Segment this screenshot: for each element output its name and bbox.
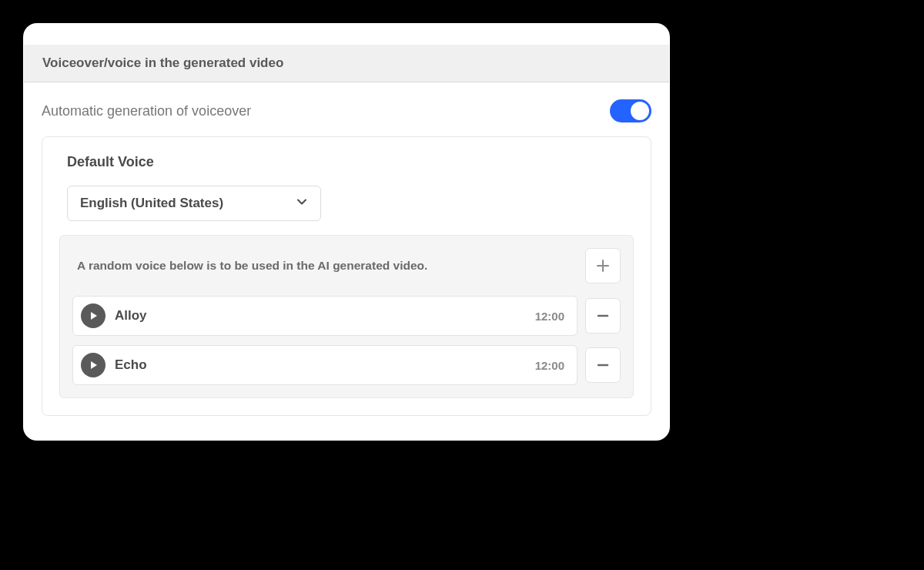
language-select-value: English (United States) (80, 196, 223, 211)
voice-name: Alloy (115, 308, 147, 324)
play-icon (88, 360, 99, 370)
auto-generation-label: Automatic generation of voiceover (42, 103, 251, 119)
add-voice-button[interactable] (585, 248, 621, 283)
minus-icon (596, 358, 610, 372)
default-voice-title: Default Voice (59, 154, 634, 170)
remove-voice-button[interactable] (585, 298, 621, 334)
voice-name: Echo (115, 357, 147, 373)
voice-item-alloy: Alloy 12:00 (72, 296, 578, 336)
play-button[interactable] (81, 303, 105, 328)
toggle-knob (631, 102, 649, 120)
voice-time: 12:00 (535, 310, 564, 323)
minus-icon (596, 309, 610, 323)
plus-icon (596, 259, 610, 273)
voices-panel-description: A random voice below is to be used in th… (72, 259, 427, 273)
voice-time: 12:00 (535, 359, 564, 372)
section-header: Voiceover/voice in the generated video (24, 45, 669, 82)
remove-voice-button[interactable] (585, 347, 621, 383)
voiceover-settings-card: Voiceover/voice in the generated video A… (23, 23, 670, 441)
auto-generation-toggle[interactable] (610, 99, 651, 122)
play-button[interactable] (81, 353, 105, 377)
voices-panel: A random voice below is to be used in th… (59, 235, 634, 398)
play-icon (88, 310, 99, 321)
voice-row: Alloy 12:00 (72, 296, 621, 336)
auto-generation-row: Automatic generation of voiceover (23, 82, 670, 136)
voices-panel-header: A random voice below is to be used in th… (72, 248, 621, 283)
default-voice-panel: Default Voice English (United States) A … (42, 136, 651, 416)
voice-row: Echo 12:00 (72, 345, 621, 385)
language-select[interactable]: English (United States) (67, 186, 321, 221)
section-title: Voiceover/voice in the generated video (42, 55, 651, 71)
voice-item-echo: Echo 12:00 (72, 345, 578, 385)
chevron-down-icon (296, 196, 308, 211)
